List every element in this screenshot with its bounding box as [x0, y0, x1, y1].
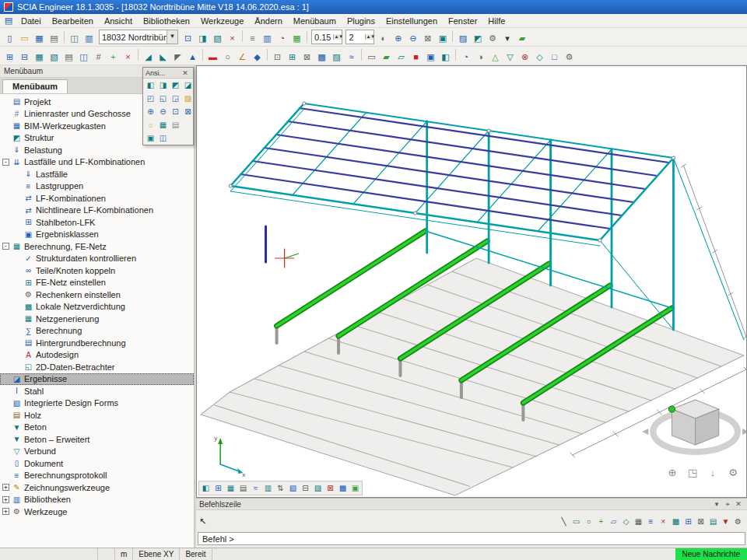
toolbar-icon[interactable]: ≡ — [245, 30, 260, 44]
zoom-tool-icon[interactable]: ⊠ — [182, 106, 194, 117]
toolbar-icon[interactable] — [455, 49, 456, 61]
tree-expander[interactable] — [14, 291, 21, 298]
selection-tool-icon[interactable]: ▦ — [633, 516, 644, 527]
tree-expander[interactable] — [2, 376, 9, 383]
tree-expander[interactable] — [2, 146, 9, 153]
tree-item[interactable]: ⊞ FE-Netz einstellen — [0, 277, 194, 289]
tree-item[interactable]: ▧ Integrierte Design Forms — [0, 397, 194, 410]
tree-expander[interactable] — [14, 279, 21, 286]
tree-expander[interactable] — [14, 315, 21, 322]
tree-item[interactable]: ⊞ Stahlbeton-LFK — [0, 216, 194, 229]
toolbar-icon[interactable]: × — [225, 30, 240, 44]
toolbar-icon[interactable]: □ — [547, 49, 562, 63]
tree-expander[interactable] — [2, 110, 9, 117]
toolbar-icon[interactable]: ○ — [220, 49, 235, 63]
menu-item[interactable]: Plugins — [342, 16, 381, 26]
viewport-nav-icon[interactable]: ◳ — [686, 466, 700, 480]
tree-item[interactable]: ▼ Beton — [0, 422, 194, 434]
tree-item[interactable]: ◱ 2D-Daten-Betrachter — [0, 361, 194, 373]
viewport-tool-icon[interactable]: ▦ — [225, 482, 237, 494]
stepper-arrows-icon[interactable]: ▲▼ — [365, 34, 374, 40]
viewport-tool-icon[interactable]: ⊞ — [212, 482, 224, 494]
tree-expander[interactable] — [2, 135, 9, 142]
toolbar-icon[interactable]: ⊗ — [517, 49, 532, 63]
viewport-tool-icon[interactable]: ▩ — [337, 482, 349, 494]
toolbar-icon[interactable]: ◆ — [250, 49, 265, 63]
view-tool-icon[interactable]: ◧ — [145, 79, 156, 91]
toolbar-icon[interactable]: ▦ — [32, 49, 47, 63]
toolbar-icon[interactable]: ⊞ — [285, 49, 300, 63]
tree-item[interactable]: ▣ Ergebnisklassen — [0, 229, 194, 241]
tree-item[interactable]: + ▥ Bibliotheken — [0, 494, 194, 506]
toolbar-icon[interactable]: ▨ — [329, 49, 344, 63]
view-toolbar-header[interactable]: Ansi... ✕ — [143, 68, 193, 79]
close-icon[interactable]: ✕ — [180, 69, 191, 77]
tree-expander[interactable] — [2, 448, 9, 455]
tree-expander[interactable] — [2, 98, 9, 105]
toolbar-icon[interactable]: ◢ — [141, 49, 156, 63]
model-viewport[interactable]: x y ◧⊞▦▤≈▥⇅▧⊟▨⊠▩▣ — [196, 65, 747, 498]
selection-tool-icon[interactable]: ◇ — [620, 516, 632, 527]
menu-item[interactable]: Ansicht — [99, 16, 138, 26]
tree-item[interactable]: - ▦ Berechnung, FE-Netz — [0, 240, 194, 253]
new-file-icon[interactable]: ▯ — [2, 30, 17, 44]
view-tool-icon[interactable]: ◪ — [182, 79, 194, 91]
toolbar-icon[interactable]: ▰ — [379, 49, 394, 63]
toolbar-icon[interactable]: ⊕ — [391, 30, 405, 44]
toolbar-icon[interactable]: # — [91, 49, 106, 63]
selection-tool-icon[interactable]: ▤ — [707, 516, 719, 527]
selection-tool-icon[interactable]: ⚙ — [732, 516, 744, 527]
menu-item[interactable]: Menübaum — [288, 16, 342, 26]
toolbar-icon[interactable]: ⊖ — [405, 30, 420, 44]
render-tool-icon[interactable]: ☼ — [145, 119, 156, 131]
viewport-tool-icon[interactable]: ⊠ — [324, 482, 336, 494]
new-messages-badge[interactable]: Neue Nachrichte — [675, 548, 747, 560]
toolbar-icon[interactable]: ▥ — [82, 30, 96, 44]
viewport-nav-icon[interactable]: ↓ — [706, 466, 720, 480]
tree-expander[interactable] — [14, 183, 21, 190]
open-file-icon[interactable]: ▭ — [17, 30, 32, 44]
tree-item[interactable]: ⚙ Rechenkern einstellen — [0, 289, 194, 301]
toolbar-icon[interactable]: △ — [488, 49, 503, 63]
toolbar-icon[interactable]: ▧ — [47, 49, 61, 63]
status-unit[interactable]: m — [115, 548, 133, 560]
toolbar-icon[interactable]: ◫ — [76, 49, 91, 63]
tree-item[interactable]: + ✎ Zeichnungswerkzeuge — [0, 481, 194, 494]
tree-item[interactable]: ▼ Beton – Erweitert — [0, 433, 194, 446]
tree-expander[interactable] — [14, 255, 21, 262]
count-stepper[interactable]: 2 ▲▼ — [345, 30, 374, 44]
tree-expander[interactable] — [2, 472, 9, 479]
toolbar-icon[interactable]: ◫ — [67, 30, 82, 44]
toolbar-icon[interactable]: ▬ — [205, 49, 220, 63]
toolbar-icon[interactable]: ∠ — [235, 49, 250, 63]
tree-item[interactable]: ▤ Hintergrundberechnung — [0, 337, 194, 349]
stepper-arrows-icon[interactable]: ▲▼ — [333, 34, 342, 40]
tree-expander[interactable]: + — [2, 508, 9, 515]
selection-tool-icon[interactable]: × — [658, 516, 669, 527]
selection-tool-icon[interactable]: ╲ — [558, 516, 570, 527]
zoom-tool-icon[interactable]: ⊡ — [170, 106, 181, 117]
toolbar-icon[interactable]: ◔ — [458, 49, 473, 63]
toolbar-icon[interactable]: ◇ — [532, 49, 547, 63]
selection-tool-icon[interactable]: ▼ — [720, 516, 731, 527]
toolbar-icon[interactable]: ▩ — [314, 49, 329, 63]
tree-expander[interactable] — [14, 303, 21, 310]
menu-item[interactable]: Fenster — [443, 16, 482, 26]
toolbar-icon[interactable]: ▨ — [455, 30, 470, 44]
menu-item[interactable]: Datei — [16, 16, 47, 26]
tree-expander[interactable] — [2, 424, 9, 431]
view-tool-icon[interactable]: ◲ — [170, 93, 181, 104]
view-tool-icon[interactable]: ◨ — [157, 79, 169, 91]
selection-tool-icon[interactable]: ⊠ — [695, 516, 707, 527]
toolbar-icon[interactable]: ▽ — [503, 49, 517, 63]
toolbar-icon[interactable]: ⊡ — [270, 49, 285, 63]
toolbar-icon[interactable]: ⚙ — [562, 49, 577, 63]
tree-expander[interactable] — [14, 327, 21, 334]
view-tool-icon[interactable]: ◫ — [157, 132, 169, 144]
tree-item[interactable]: A Autodesign — [0, 349, 194, 362]
chevron-down-icon[interactable]: ▾ — [711, 500, 722, 508]
selection-tool-icon[interactable]: ▱ — [608, 516, 619, 527]
tree-item[interactable]: + ⚙ Werkzeuge — [0, 506, 194, 518]
tree-expander[interactable] — [14, 170, 21, 177]
selection-tool-icon[interactable]: + — [595, 516, 607, 527]
